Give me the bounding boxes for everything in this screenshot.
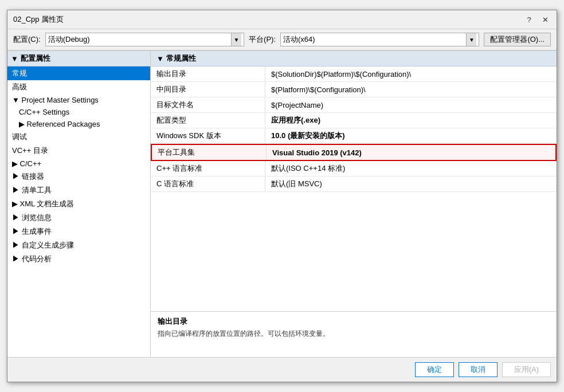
prop-value: $(Platform)\$(Configuration)\ — [265, 82, 557, 97]
props-section-title: 常规属性 — [166, 53, 196, 64]
tree-item[interactable]: ▶ 链接器 — [7, 170, 150, 183]
prop-name: 输出目录 — [151, 66, 265, 81]
prop-value: Visual Studio 2019 (v142) — [267, 145, 555, 160]
right-panel: ▼ 常规属性 输出目录$(SolutionDir)$(Platform)\$(C… — [151, 51, 557, 357]
title-bar: 02_Cpp 属性页 ? ✕ — [7, 10, 557, 29]
config-manager-button[interactable]: 配置管理器(O)... — [484, 33, 551, 46]
tree-item-label: ▶ XML 文档生成器 — [12, 199, 74, 209]
close-button[interactable]: ✕ — [539, 14, 551, 25]
tree-item-label: ▶ 自定义生成步骤 — [12, 240, 74, 250]
tree-item[interactable]: VC++ 目录 — [7, 144, 150, 158]
prop-name: 中间目录 — [151, 82, 265, 97]
help-button[interactable]: ? — [523, 14, 535, 25]
tree-item-label: 调试 — [12, 132, 27, 142]
tree-item[interactable]: ▶ Referenced Packages — [7, 118, 150, 130]
main-dialog: 02_Cpp 属性页 ? ✕ 配置(C): 活动(Debug) ▼ 平台(P):… — [7, 10, 557, 382]
desc-text: 指向已编译程序的放置位置的路径。可以包括环境变量。 — [158, 329, 550, 339]
tree-item[interactable]: C/C++ Settings — [7, 106, 150, 118]
prop-value: $(ProjectName) — [265, 97, 557, 112]
prop-name: 配置类型 — [151, 113, 265, 128]
tree-item-label: ▶ 浏览信息 — [12, 213, 52, 223]
ok-button[interactable]: 确定 — [415, 362, 454, 377]
tree-item[interactable]: ▶ 自定义生成步骤 — [7, 238, 150, 252]
tree-item-label: C/C++ Settings — [19, 108, 69, 116]
prop-name: C++ 语言标准 — [151, 161, 265, 176]
prop-name: Windows SDK 版本 — [151, 128, 265, 143]
prop-row[interactable]: 输出目录$(SolutionDir)$(Platform)\$(Configur… — [151, 66, 557, 82]
tree-item[interactable]: ▶ 生成事件 — [7, 225, 150, 238]
prop-value: 应用程序(.exe) — [265, 113, 557, 128]
props-section-header: ▼ 常规属性 — [151, 51, 557, 66]
tree-item-label: ▶ 生成事件 — [12, 226, 52, 237]
tree-container: 常规 高级▼ Project Master Settings C/C++ Set… — [7, 66, 150, 266]
tree-item[interactable]: ▶ XML 文档生成器 — [7, 197, 150, 211]
main-area: ▼ 配置属性 常规 高级▼ Project Master Settings C/… — [7, 50, 557, 357]
desc-area: 输出目录 指向已编译程序的放置位置的路径。可以包括环境变量。 — [151, 311, 557, 357]
prop-row[interactable]: C++ 语言标准默认(ISO C++14 标准) — [151, 161, 557, 177]
prop-row[interactable]: 配置类型应用程序(.exe) — [151, 113, 557, 128]
config-combo[interactable]: 活动(Debug) ▼ — [45, 33, 244, 46]
tree-item[interactable]: ▼ Project Master Settings — [7, 94, 150, 106]
config-label: 配置(C): — [13, 34, 41, 45]
prop-value: 默认(旧 MSVC) — [265, 177, 557, 191]
platform-combo-arrow: ▼ — [466, 33, 476, 46]
tree-item[interactable]: ▶ 浏览信息 — [7, 211, 150, 225]
tree-item[interactable]: 高级 — [7, 80, 150, 94]
tree-item[interactable]: ▶ 清单工具 — [7, 183, 150, 197]
tree-item[interactable]: 调试 — [7, 130, 150, 144]
prop-name: 目标文件名 — [151, 97, 265, 112]
config-combo-value: 活动(Debug) — [48, 34, 231, 45]
props-table: 输出目录$(SolutionDir)$(Platform)\$(Configur… — [151, 66, 557, 311]
tree-item-label: 常规 — [12, 68, 27, 79]
tree-item-label: ▶ Referenced Packages — [19, 120, 100, 128]
toolbar: 配置(C): 活动(Debug) ▼ 平台(P): 活动(x64) ▼ 配置管理… — [7, 29, 557, 50]
tree-item-label: ▶ 链接器 — [12, 171, 44, 182]
prop-row[interactable]: 目标文件名$(ProjectName) — [151, 97, 557, 113]
platform-combo-value: 活动(x64) — [283, 34, 466, 45]
cancel-button[interactable]: 取消 — [459, 362, 498, 377]
tree-item-label: ▶ 清单工具 — [12, 185, 52, 195]
tree-item-label: 高级 — [12, 82, 27, 92]
tree-section-title: 配置属性 — [21, 53, 50, 64]
title-controls: ? ✕ — [523, 14, 551, 25]
prop-row[interactable]: 中间目录$(Platform)\$(Configuration)\ — [151, 82, 557, 97]
expand-icon: ▼ — [156, 54, 164, 63]
collapse-icon: ▼ — [11, 54, 18, 63]
prop-name: 平台工具集 — [152, 145, 267, 160]
tree-item-label: ▶ C/C++ — [12, 159, 41, 168]
prop-name: C 语言标准 — [151, 177, 265, 191]
prop-value: 默认(ISO C++14 标准) — [265, 161, 557, 176]
config-combo-arrow: ▼ — [231, 33, 241, 46]
tree-section-header: ▼ 配置属性 — [7, 51, 150, 66]
tree-item-label: ▼ Project Master Settings — [12, 96, 99, 104]
left-panel: ▼ 配置属性 常规 高级▼ Project Master Settings C/… — [7, 51, 151, 357]
prop-row[interactable]: 平台工具集Visual Studio 2019 (v142) — [151, 144, 557, 161]
platform-combo[interactable]: 活动(x64) ▼ — [280, 33, 479, 46]
bottom-bar: 确定 取消 应用(A) — [7, 357, 557, 382]
tree-item[interactable]: ▶ 代码分析 — [7, 252, 150, 266]
tree-item[interactable]: ▶ C/C++ — [7, 158, 150, 170]
apply-button[interactable]: 应用(A) — [502, 362, 551, 377]
dialog-title: 02_Cpp 属性页 — [13, 14, 64, 25]
prop-row[interactable]: C 语言标准默认(旧 MSVC) — [151, 177, 557, 192]
prop-value: 10.0 (最新安装的版本) — [265, 128, 557, 143]
desc-title: 输出目录 — [158, 316, 550, 327]
prop-value: $(SolutionDir)$(Platform)\$(Configuratio… — [265, 66, 557, 81]
tree-item[interactable]: 常规 — [7, 66, 150, 80]
prop-row[interactable]: Windows SDK 版本10.0 (最新安装的版本) — [151, 128, 557, 144]
platform-label: 平台(P): — [249, 34, 276, 45]
tree-item-label: ▶ 代码分析 — [12, 254, 52, 264]
tree-item-label: VC++ 目录 — [12, 146, 48, 156]
